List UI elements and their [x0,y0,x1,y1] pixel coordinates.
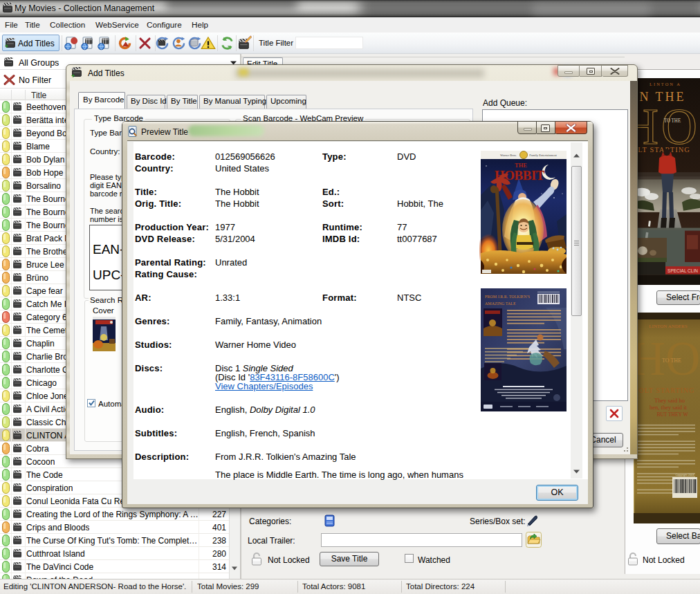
svg-text:LINTON A: LINTON A [650,82,681,86]
svg-text:They said ho: They said ho [654,397,685,404]
svg-text:LINTON ANDERS: LINTON ANDERS [649,324,687,329]
svg-text:OLT STARTING: OLT STARTING [639,387,695,394]
svg-text:hen, they said it: hen, they said it [650,404,687,411]
svg-text:TO THE: TO THE [662,358,681,364]
svg-text:Copyright 2003: Copyright 2003 [675,473,694,476]
svg-text:AMAZING TALE: AMAZING TALE [485,301,516,306]
svg-text:FROM J.R.R. TOLKIEN'S: FROM J.R.R. TOLKIEN'S [485,295,530,299]
svg-text:TO THE: TO THE [664,118,681,124]
svg-text:SPECIAL CLIN: SPECIAL CLIN [667,268,698,273]
svg-text:Family Entertainment: Family Entertainment [529,154,557,157]
svg-text:BUT THEY W: BUT THEY W [656,411,688,418]
svg-text:Warner Bros.: Warner Bros. [500,154,517,157]
